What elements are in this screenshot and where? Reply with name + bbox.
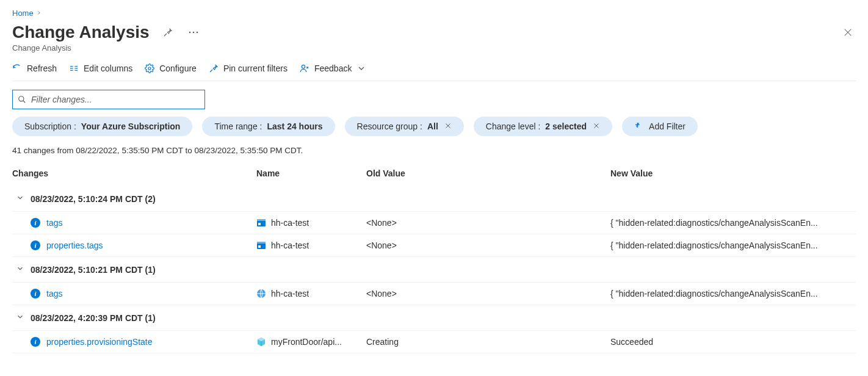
table-row[interactable]: itagshh-ca-test<None>{ "hidden-related:d…	[12, 212, 856, 234]
breadcrumb: Home	[12, 9, 856, 18]
resource-name: hh-ca-test	[271, 289, 309, 298]
pill-level-clear-icon[interactable]	[593, 121, 600, 131]
resource-name: hh-ca-test	[271, 240, 309, 250]
svg-point-13	[19, 96, 24, 101]
resource-name: hh-ca-test	[271, 218, 309, 228]
col-name[interactable]: Name	[256, 168, 366, 178]
chevron-down-icon	[356, 63, 366, 73]
old-value: <None>	[366, 218, 610, 228]
change-link[interactable]: properties.provisioningState	[46, 337, 153, 347]
old-value: Creating	[366, 337, 610, 347]
info-icon: i	[31, 289, 40, 298]
configure-button[interactable]: Configure	[145, 63, 197, 73]
svg-point-12	[302, 65, 305, 68]
pill-subscription[interactable]: Subscription : Your Azure Subscription	[12, 117, 192, 136]
group-row[interactable]: 08/23/2022, 5:10:21 PM CDT (1)	[12, 257, 856, 283]
pill-subscription-label: Subscription :	[24, 121, 76, 131]
group-row[interactable]: 08/23/2022, 5:10:24 PM CDT (2)	[12, 186, 856, 212]
group-label: 08/23/2022, 4:20:39 PM CDT (1)	[31, 313, 156, 323]
page-subtitle: Change Analysis	[12, 43, 856, 52]
svg-rect-24	[258, 223, 261, 225]
change-link[interactable]: tags	[46, 289, 62, 298]
pill-rg-label: Resource group :	[357, 121, 422, 131]
col-new[interactable]: New Value	[610, 168, 856, 178]
more-icon[interactable]	[186, 29, 201, 36]
pill-level-label: Change level :	[486, 121, 541, 131]
pin-icon[interactable]	[161, 25, 175, 40]
columns-icon	[69, 63, 79, 73]
close-icon[interactable]	[840, 24, 856, 40]
pill-level-value: 2 selected	[545, 121, 587, 131]
svg-line-14	[23, 101, 26, 103]
feedback-label: Feedback	[314, 63, 352, 73]
info-icon: i	[31, 218, 40, 228]
pill-timerange-value: Last 24 hours	[267, 121, 322, 131]
table-row[interactable]: iproperties.provisioningStatemyFrontDoor…	[12, 331, 856, 353]
breadcrumb-separator	[36, 9, 42, 18]
chevron-down-icon	[16, 313, 24, 323]
svg-point-1	[192, 32, 194, 34]
pin-filters-label: Pin current filters	[223, 63, 288, 73]
feedback-button[interactable]: Feedback	[300, 63, 366, 73]
page-title: Change Analysis	[12, 23, 150, 42]
pill-change-level[interactable]: Change level : 2 selected	[474, 117, 612, 136]
resource-icon	[256, 289, 266, 298]
chevron-down-icon	[16, 193, 24, 204]
breadcrumb-home[interactable]: Home	[12, 9, 34, 18]
resource-name: myFrontDoor/api...	[271, 337, 342, 347]
new-value: { "hidden-related:diagnostics/changeAnal…	[610, 289, 856, 298]
pill-timerange[interactable]: Time range : Last 24 hours	[202, 117, 335, 136]
edit-columns-button[interactable]: Edit columns	[69, 63, 132, 73]
filter-pills: Subscription : Your Azure Subscription T…	[12, 117, 856, 136]
pin-filters-button[interactable]: Pin current filters	[209, 63, 288, 73]
col-changes[interactable]: Changes	[12, 168, 256, 178]
filter-input[interactable]	[30, 94, 200, 105]
pin-filters-icon	[209, 63, 219, 73]
old-value: <None>	[366, 289, 610, 298]
refresh-icon	[12, 63, 22, 73]
add-filter-label: Add Filter	[649, 121, 685, 131]
pill-timerange-label: Time range :	[214, 121, 262, 131]
refresh-label: Refresh	[27, 63, 57, 73]
svg-rect-26	[257, 242, 266, 244]
old-value: <None>	[366, 240, 610, 250]
gear-icon	[145, 63, 154, 73]
resource-icon	[256, 337, 266, 347]
toolbar: Refresh Edit columns Configure Pin curre…	[12, 63, 856, 81]
change-link[interactable]: properties.tags	[46, 240, 103, 250]
info-icon: i	[31, 337, 40, 347]
search-icon	[18, 95, 26, 104]
pill-rg-clear-icon[interactable]	[444, 121, 452, 131]
svg-rect-27	[258, 245, 261, 248]
summary-text: 41 changes from 08/22/2022, 5:35:50 PM C…	[12, 146, 856, 155]
table-row[interactable]: iproperties.tagshh-ca-test<None>{ "hidde…	[12, 234, 856, 257]
new-value: { "hidden-related:diagnostics/changeAnal…	[610, 240, 856, 250]
pill-rg-value: All	[427, 121, 438, 131]
group-label: 08/23/2022, 5:10:24 PM CDT (2)	[31, 194, 156, 204]
add-filter-icon	[634, 121, 644, 131]
refresh-button[interactable]: Refresh	[12, 63, 57, 73]
svg-point-11	[148, 67, 151, 70]
info-icon: i	[31, 240, 40, 250]
new-value: { "hidden-related:diagnostics/changeAnal…	[610, 218, 856, 228]
edit-columns-label: Edit columns	[84, 63, 132, 73]
table-row[interactable]: itagshh-ca-test<None>{ "hidden-related:d…	[12, 283, 856, 305]
chevron-down-icon	[16, 264, 24, 275]
group-row[interactable]: 08/23/2022, 4:20:39 PM CDT (1)	[12, 305, 856, 331]
svg-point-0	[189, 32, 190, 34]
add-filter-button[interactable]: Add Filter	[622, 117, 698, 136]
col-old[interactable]: Old Value	[366, 168, 610, 178]
new-value: Succeeded	[610, 337, 856, 347]
resource-icon	[256, 218, 266, 228]
svg-point-2	[196, 32, 198, 34]
feedback-icon	[300, 63, 309, 73]
changes-table: Changes Name Old Value New Value 08/23/2…	[12, 168, 856, 353]
group-label: 08/23/2022, 5:10:21 PM CDT (1)	[31, 265, 156, 275]
table-header: Changes Name Old Value New Value	[12, 168, 856, 186]
svg-rect-23	[257, 219, 266, 221]
configure-label: Configure	[159, 63, 197, 73]
filter-input-box[interactable]	[12, 90, 205, 109]
pill-resource-group[interactable]: Resource group : All	[345, 117, 464, 136]
change-link[interactable]: tags	[46, 218, 62, 228]
resource-icon	[256, 240, 266, 250]
